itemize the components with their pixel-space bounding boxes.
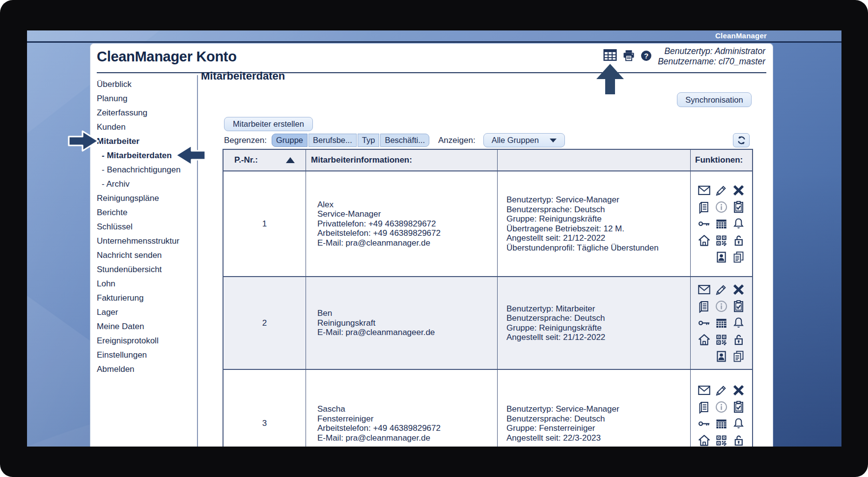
filter-bar: Begrenzen: GruppeBerufsbe...TypBeschäfti… xyxy=(224,133,565,147)
section-title: Mitarbeiterdaten xyxy=(201,70,285,83)
sidebar-item-stundenubersicht[interactable]: Stundenübersicht xyxy=(97,262,197,277)
unlock-icon[interactable] xyxy=(730,433,747,447)
sidebar-item-kunden[interactable]: Kunden xyxy=(97,120,197,134)
sidebar-item-berichte[interactable]: Berichte xyxy=(97,205,197,220)
employee-functions-cell xyxy=(691,370,752,447)
sort-ascending-icon[interactable] xyxy=(286,157,295,163)
filter-segment-beschafti[interactable]: Beschäfti... xyxy=(380,134,429,147)
detail-line: Benutzersprache: Deutsch xyxy=(506,313,690,323)
sidebar-item-lager[interactable]: Lager xyxy=(97,305,197,319)
detail-line: Benutzersprache: Deutsch xyxy=(506,414,690,424)
sidebar-item-lohn[interactable]: Lohn xyxy=(97,277,197,291)
calendar-icon[interactable] xyxy=(713,316,730,330)
qr-code-icon[interactable] xyxy=(713,233,730,248)
column-header-pnr[interactable]: P.-Nr.: xyxy=(224,150,306,170)
clipboard-check-icon[interactable] xyxy=(730,400,747,414)
sidebar-item-mitarbeiterdaten[interactable]: - Mitarbeiterdaten xyxy=(97,148,197,163)
employee-number-cell: 2 xyxy=(224,277,306,369)
sidebar-item-reinigungsplane[interactable]: Reinigungspläne xyxy=(97,191,197,205)
caret-down-icon xyxy=(550,139,557,142)
sidebar-item-benachrichtigungen[interactable]: - Benachrichtigungen xyxy=(97,163,197,177)
house-icon[interactable] xyxy=(696,433,713,447)
id-badge-icon[interactable] xyxy=(713,250,730,264)
delete-icon[interactable] xyxy=(730,282,747,297)
info-icon[interactable] xyxy=(713,400,730,414)
sidebar-item-nachricht-senden[interactable]: Nachricht senden xyxy=(97,248,197,262)
qr-code-icon[interactable] xyxy=(713,433,730,447)
house-icon[interactable] xyxy=(696,333,713,347)
calendar-icon[interactable] xyxy=(713,417,730,431)
envelope-icon[interactable] xyxy=(696,282,713,297)
info-line: E-Mail: pra@cleanmanageer.de xyxy=(317,328,497,337)
clipboard-check-icon[interactable] xyxy=(730,200,747,214)
pencil-icon[interactable] xyxy=(713,282,730,297)
delete-icon[interactable] xyxy=(730,383,747,397)
envelope-icon[interactable] xyxy=(696,183,713,197)
info-icon[interactable] xyxy=(713,299,730,313)
pencil-icon[interactable] xyxy=(713,183,730,197)
ledger-icon[interactable] xyxy=(696,400,713,414)
column-header-details xyxy=(498,150,691,170)
employee-row: 3 SaschaFensterreinigerArbeitstelefon: +… xyxy=(224,370,752,447)
unlock-icon[interactable] xyxy=(730,233,747,248)
brand-bar: CleanManager xyxy=(27,30,841,41)
limit-label: Begrenzen: xyxy=(224,136,267,145)
top-divider-line xyxy=(27,41,841,43)
filter-segments: GruppeBerufsbe...TypBeschäfti... xyxy=(272,134,429,147)
sidebar-item-uberblick[interactable]: Überblick xyxy=(97,77,197,91)
filter-segment-gruppe[interactable]: Gruppe xyxy=(272,134,308,147)
sidebar-item-unternehmensstruktur[interactable]: Unternehmensstruktur xyxy=(97,234,197,248)
info-line: Ben xyxy=(317,309,497,318)
sidebar-item-einstellungen[interactable]: Einstellungen xyxy=(97,348,197,362)
create-employee-button[interactable]: Mitarbeiter erstellen xyxy=(224,117,313,131)
sidebar-item-mitarbeiter[interactable]: Mitarbeiter xyxy=(97,134,197,148)
pnr-header-label: P.-Nr.: xyxy=(234,155,258,165)
employee-info-cell: BenReinigungskraftE-Mail: pra@cleanmanag… xyxy=(306,277,498,369)
bell-icon[interactable] xyxy=(730,316,747,330)
detail-line: Gruppe: Reinigungskräfte xyxy=(506,214,690,224)
calendar-icon[interactable] xyxy=(713,217,730,231)
info-icon[interactable] xyxy=(713,200,730,214)
pencil-icon[interactable] xyxy=(713,383,730,397)
id-badge-icon[interactable] xyxy=(713,349,730,364)
main-content: Mitarbeiterdaten Synchronisation Mitarbe… xyxy=(201,44,773,447)
column-header-info: Mitarbeiterinformationen: xyxy=(306,150,498,170)
sidebar-item-fakturierung[interactable]: Fakturierung xyxy=(97,291,197,305)
function-icons xyxy=(691,282,752,364)
ledger-icon[interactable] xyxy=(696,299,713,313)
filter-segment-typ[interactable]: Typ xyxy=(358,134,380,147)
detail-line: Überstundenprofil: Tägliche Überstunden xyxy=(506,243,690,253)
employee-number-cell: 1 xyxy=(224,171,306,276)
key-icon[interactable] xyxy=(696,417,713,431)
clipboard-check-icon[interactable] xyxy=(730,299,747,313)
delete-icon[interactable] xyxy=(730,183,747,197)
synchronisation-button[interactable]: Synchronisation xyxy=(677,92,752,107)
sidebar-item-abmelden[interactable]: Abmelden xyxy=(97,362,197,376)
sidebar-item-meine-daten[interactable]: Meine Daten xyxy=(97,319,197,334)
info-line: Sascha xyxy=(317,404,497,414)
bell-icon[interactable] xyxy=(730,217,747,231)
sidebar-item-zeiterfassung[interactable]: Zeiterfassung xyxy=(97,106,197,120)
refresh-button[interactable] xyxy=(733,133,750,147)
detail-line: Angestellt seit: 21/12-2022 xyxy=(506,333,690,342)
house-icon[interactable] xyxy=(696,233,713,248)
employee-functions-cell xyxy=(691,277,752,369)
sidebar-item-archiv[interactable]: - Archiv xyxy=(97,177,197,191)
key-icon[interactable] xyxy=(696,316,713,330)
documents-icon[interactable] xyxy=(730,250,747,264)
info-line: Arbeitstelefon: +49 46389829672 xyxy=(317,423,497,433)
filter-segment-berufsbe[interactable]: Berufsbe... xyxy=(308,134,357,147)
envelope-icon[interactable] xyxy=(696,383,713,397)
unlock-icon[interactable] xyxy=(730,333,747,347)
sidebar-item-schlussel[interactable]: Schlüssel xyxy=(97,220,197,234)
sidebar-item-ereignisprotokoll[interactable]: Ereignisprotokoll xyxy=(97,334,197,348)
table-header-row: P.-Nr.: Mitarbeiterinformationen: Funkti… xyxy=(224,150,752,171)
qr-code-icon[interactable] xyxy=(713,333,730,347)
key-icon[interactable] xyxy=(696,217,713,231)
documents-icon[interactable] xyxy=(730,349,747,364)
group-filter-select[interactable]: Alle Gruppen xyxy=(483,133,565,147)
ledger-icon[interactable] xyxy=(696,200,713,214)
detail-line: Benutzersprache: Deutsch xyxy=(506,205,690,215)
bell-icon[interactable] xyxy=(730,417,747,431)
sidebar-item-planung[interactable]: Planung xyxy=(97,91,197,106)
